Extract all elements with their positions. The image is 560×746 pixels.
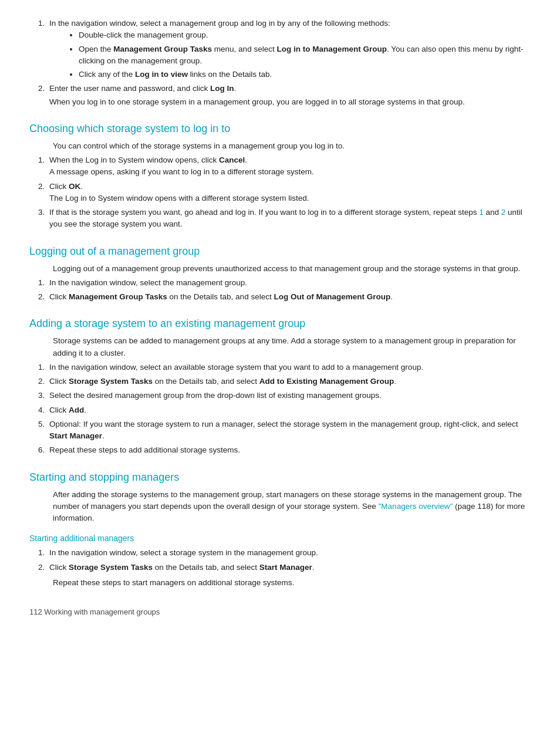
step-3-4: Click Add. (47, 404, 531, 416)
footer-page-number: 112 (29, 607, 44, 616)
bullet-item-0: Double-click the management group. (79, 29, 531, 41)
step-note: When you log in to one storage system in… (49, 96, 531, 108)
footer: 112 Working with management groups (29, 606, 531, 618)
page-content: In the navigation window, select a manag… (29, 18, 531, 589)
sub-step-4-0-0: In the navigation window, select a stora… (47, 547, 531, 559)
section-heading-3: Adding a storage system to an existing m… (29, 316, 531, 332)
sub-steps-list-4-0: In the navigation window, select a stora… (47, 547, 531, 573)
step-1-3: If that is the storage system you want, … (47, 207, 531, 231)
steps-list-2: In the navigation window, select the man… (47, 277, 531, 303)
section-heading-4: Starting and stopping managers (29, 470, 531, 485)
sub-bullet-list: Double-click the management group.Open t… (79, 29, 531, 80)
step-ref-2[interactable]: 2 (501, 208, 506, 217)
trailing-text: Repeat these steps to start managers on … (53, 577, 531, 589)
step-3-6: Repeat these steps to add additional sto… (47, 444, 531, 456)
step-note-1-0: A message opens, asking if you want to l… (49, 167, 314, 176)
bullet-item-1: Open the Management Group Tasks menu, an… (79, 43, 531, 67)
section-intro-3: Storage systems can be added to manageme… (53, 335, 531, 359)
step-1-1: When the Log in to System window opens, … (47, 154, 531, 178)
step-1-2: Click OK.The Log in to System window ope… (47, 181, 531, 205)
sub-heading-4-0: Starting additional managers (29, 532, 531, 545)
step-note-1-1: The Log in to System window opens with a… (49, 194, 309, 202)
steps-list-1: When the Log in to System window opens, … (47, 154, 531, 231)
intro-steps-list: In the navigation window, select a manag… (47, 18, 531, 108)
step-3-1: In the navigation window, select an avai… (47, 362, 531, 373)
step-3-3: Select the desired management group from… (47, 390, 531, 401)
step-3-5: Optional: If you want the storage system… (47, 418, 531, 443)
step-2-1: In the navigation window, select the man… (47, 277, 531, 289)
managers-overview-link[interactable]: "Managers overview" (379, 502, 453, 511)
section-intro-1: You can control which of the storage sys… (53, 140, 531, 152)
section-intro-4: After adding the storage systems to the … (53, 489, 531, 525)
section-intro-2: Logging out of a management group preven… (53, 263, 531, 275)
intro-step-1: In the navigation window, select a manag… (47, 18, 531, 80)
bullet-item-2: Click any of the Log in to view links on… (79, 69, 531, 80)
section-heading-1: Choosing which storage system to log in … (29, 121, 531, 137)
footer-section: Working with management groups (44, 607, 160, 616)
steps-list-3: In the navigation window, select an avai… (47, 362, 531, 457)
step-3-2: Click Storage System Tasks on the Detail… (47, 376, 531, 387)
step-2-2: Click Management Group Tasks on the Deta… (47, 291, 531, 303)
step-ref-1[interactable]: 1 (479, 208, 484, 217)
intro-step-2: Enter the user name and password, and cl… (47, 83, 531, 108)
sub-step-4-0-1: Click Storage System Tasks on the Detail… (47, 562, 531, 573)
section-heading-2: Logging out of a management group (29, 244, 531, 259)
